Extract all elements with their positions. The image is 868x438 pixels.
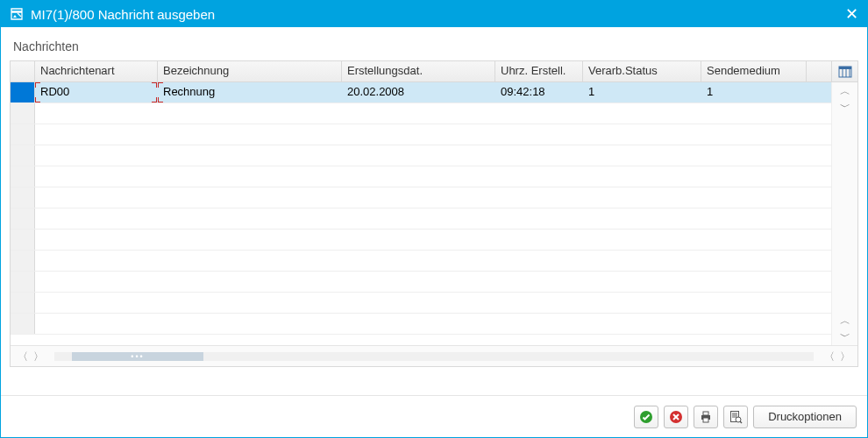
cell-created-date[interactable]: 20.02.2008	[342, 82, 495, 102]
cell-empty[interactable]	[583, 124, 701, 145]
cell-empty[interactable]	[342, 166, 495, 187]
cell-empty[interactable]	[35, 293, 158, 313]
row-selector[interactable]	[11, 124, 35, 145]
cell-send-medium[interactable]: 1	[701, 82, 807, 102]
cell-empty[interactable]	[158, 230, 342, 250]
cell-empty[interactable]	[701, 208, 807, 229]
col-header-created-date[interactable]: Erstellungsdat.	[342, 61, 495, 81]
cell-empty[interactable]	[158, 166, 342, 187]
cell-empty[interactable]	[583, 208, 701, 229]
table-row-empty[interactable]	[11, 145, 831, 166]
cell-empty[interactable]	[158, 314, 342, 334]
table-row-empty[interactable]	[11, 293, 831, 314]
row-selector[interactable]	[11, 251, 35, 271]
cell-empty[interactable]	[583, 187, 701, 208]
cell-empty[interactable]	[35, 124, 158, 145]
table-row-empty[interactable]	[11, 272, 831, 293]
cell-empty[interactable]	[495, 145, 583, 166]
cell-empty[interactable]	[807, 145, 831, 166]
cell-empty[interactable]	[807, 166, 831, 187]
cell-empty[interactable]	[158, 251, 342, 271]
row-selector[interactable]	[11, 187, 35, 208]
cell-empty[interactable]	[35, 103, 158, 124]
cell-empty[interactable]	[495, 124, 583, 145]
table-row[interactable]: RD00Rechnung20.02.200809:42:1811	[11, 82, 831, 103]
scroll-left-end-icon[interactable]: 〈	[824, 351, 835, 362]
row-selector[interactable]	[11, 103, 35, 124]
cell-empty[interactable]	[807, 314, 831, 334]
cell-empty[interactable]	[342, 208, 495, 229]
cell-empty[interactable]	[583, 272, 701, 292]
cell-empty[interactable]	[342, 124, 495, 145]
cell-empty[interactable]	[701, 103, 807, 124]
cell-empty[interactable]	[583, 230, 701, 250]
row-selector[interactable]	[11, 230, 35, 250]
cell-empty[interactable]	[495, 314, 583, 334]
cell-empty[interactable]	[158, 124, 342, 145]
cell-empty[interactable]	[807, 124, 831, 145]
cell-empty[interactable]	[495, 103, 583, 124]
cell-empty[interactable]	[342, 145, 495, 166]
print-button[interactable]	[694, 406, 718, 428]
row-selector[interactable]	[11, 293, 35, 313]
accept-button[interactable]	[634, 406, 658, 428]
cell-empty[interactable]	[342, 103, 495, 124]
print-options-button[interactable]: Druckoptionen	[753, 406, 857, 428]
cell-empty[interactable]	[158, 103, 342, 124]
cell-message-type[interactable]: RD00	[35, 82, 158, 102]
scroll-up-icon[interactable]: ︿	[840, 86, 850, 96]
cell-empty[interactable]	[158, 293, 342, 313]
cell-empty[interactable]	[701, 230, 807, 250]
table-row-empty[interactable]	[11, 230, 831, 251]
close-icon[interactable]: ✕	[845, 4, 858, 24]
cell-empty[interactable]	[701, 293, 807, 313]
table-row-empty[interactable]	[11, 208, 831, 230]
cell-empty[interactable]	[35, 208, 158, 229]
cell-empty[interactable]	[35, 272, 158, 292]
cell-empty[interactable]	[807, 208, 831, 229]
print-preview-button[interactable]	[723, 406, 748, 428]
cell-empty[interactable]	[342, 314, 495, 334]
cell-proc-status[interactable]: 1	[583, 82, 701, 102]
cell-empty[interactable]	[807, 251, 831, 271]
scroll-left-icon[interactable]: 〈	[18, 351, 28, 362]
hscroll-thumb[interactable]: •••	[72, 352, 203, 361]
cell-empty[interactable]	[495, 166, 583, 187]
table-row-empty[interactable]	[11, 187, 831, 208]
cell-empty[interactable]	[807, 103, 831, 124]
row-selector-header[interactable]	[11, 61, 35, 81]
cell-empty[interactable]	[701, 272, 807, 292]
scroll-down-icon[interactable]: ﹀	[840, 102, 850, 112]
cell-empty[interactable]	[158, 208, 342, 229]
table-row-empty[interactable]	[11, 251, 831, 272]
cell-empty[interactable]	[583, 103, 701, 124]
cell-empty[interactable]	[495, 293, 583, 313]
table-row-empty[interactable]	[11, 314, 831, 335]
cell-empty[interactable]	[807, 187, 831, 208]
cell-empty[interactable]	[495, 208, 583, 229]
cell-empty[interactable]	[701, 124, 807, 145]
cell-description[interactable]: Rechnung	[158, 82, 342, 102]
table-row-empty[interactable]	[11, 103, 831, 124]
table-row-empty[interactable]	[11, 166, 831, 187]
table-row-empty[interactable]	[11, 124, 831, 145]
cell-empty[interactable]	[583, 293, 701, 313]
cell-empty[interactable]	[342, 272, 495, 292]
cell-empty[interactable]	[701, 314, 807, 334]
cell-filler[interactable]	[807, 82, 831, 102]
cell-empty[interactable]	[35, 145, 158, 166]
cell-empty[interactable]	[807, 293, 831, 313]
cell-empty[interactable]	[342, 187, 495, 208]
cell-empty[interactable]	[701, 251, 807, 271]
cancel-button[interactable]	[664, 406, 688, 428]
cell-empty[interactable]	[701, 166, 807, 187]
cell-empty[interactable]	[158, 187, 342, 208]
cell-empty[interactable]	[35, 187, 158, 208]
col-header-description[interactable]: Bezeichnung	[158, 61, 342, 81]
cell-empty[interactable]	[495, 251, 583, 271]
cell-empty[interactable]	[342, 230, 495, 250]
configure-columns-button[interactable]	[831, 61, 857, 81]
cell-empty[interactable]	[701, 187, 807, 208]
cell-empty[interactable]	[495, 187, 583, 208]
row-selector[interactable]	[11, 208, 35, 229]
